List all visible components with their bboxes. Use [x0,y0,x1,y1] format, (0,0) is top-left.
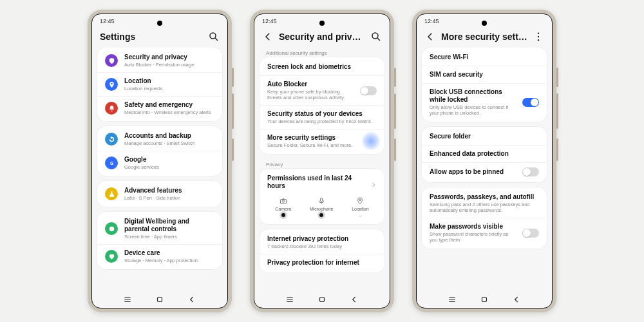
svg-text:G: G [110,160,113,165]
toggle-showpw[interactable] [522,229,539,238]
row-subtitle: Google services [124,164,214,170]
nav-back-icon[interactable] [350,295,359,304]
row-subtitle: Keep your phone safe by blocking threats… [267,89,354,100]
bell-icon [105,102,118,115]
row-screenlock[interactable]: Screen lock and biometrics [260,59,384,75]
row-title: SIM card security [430,71,539,79]
nav-bar [417,291,552,308]
svg-point-8 [372,33,378,39]
permissions-grid: CameraMicrophoneLocation– [260,194,384,223]
row-title: Google [124,156,214,164]
svg-rect-7 [158,298,162,302]
row-title: Security and privacy [124,53,214,61]
row-title: Enhanced data protection [430,150,539,158]
svg-line-1 [215,38,218,41]
settings-card: Security and privacyAuto Blocker · Permi… [97,48,222,121]
row-title: Accounts and backup [124,132,214,140]
perm-camera[interactable]: Camera [275,197,291,218]
back-icon[interactable] [262,31,274,43]
settings-row-location[interactable]: LocationLocation requests [97,72,222,96]
settings-row-wellbeing[interactable]: Digital Wellbeing and parental controlsS… [97,213,222,244]
nav-back-icon[interactable] [512,295,521,304]
row-subtitle: Medical info · Wireless emergency alerts [124,109,214,115]
row-blockusb[interactable]: Block USB connections while lockedOnly a… [422,83,547,120]
g-icon: G [105,156,118,169]
more-icon[interactable] [533,31,544,43]
page-title: Settings [100,32,203,42]
svg-point-11 [282,200,285,203]
settings-row-security[interactable]: Security and privacyAuto Blocker · Permi… [97,49,222,72]
row-securefolder[interactable]: Secure folder [422,128,547,145]
row-title: Make passwords visible [430,223,516,231]
header: Security and privacy [254,28,390,48]
row-moresecurity[interactable]: More security settingsSecure Folder, Sec… [260,129,384,153]
toggle-blockusb[interactable] [522,98,539,107]
row-subtitle: Screen time · App timers [124,234,214,240]
row-title: Secure Wi-Fi [430,53,539,61]
svg-point-18 [538,33,539,34]
clock: 12:45 [100,18,115,24]
perm-label: Camera [275,207,291,211]
settings-row-accounts[interactable]: Accounts and backupManage accounts · Sma… [97,128,222,151]
camera-hole [157,21,162,26]
row-title: Allow apps to be pinned [430,168,516,176]
settings-card: Secure folderEnhanced data protectionAll… [422,127,547,182]
perm-value: – [359,213,361,218]
page-title: More security settings [441,32,527,42]
row-simsecurity[interactable]: SIM card security [422,66,547,83]
row-title: Secure folder [430,133,539,140]
row-privacyinternet[interactable]: Privacy protection for internet [260,254,384,271]
nav-recents-icon[interactable] [123,295,132,304]
settings-row-advanced[interactable]: Advanced featuresLabs · S Pen · Side but… [97,182,222,205]
row-pinapps[interactable]: Allow apps to be pinned [422,162,547,181]
nav-home-icon[interactable] [480,295,489,304]
toggle-autoblocker[interactable] [360,86,377,95]
settings-row-google[interactable]: GGoogleGoogle services [97,151,222,175]
settings-row-devicecare[interactable]: Device careStorage · Memory · App protec… [97,244,222,268]
nav-home-icon[interactable] [155,295,164,304]
pin-icon [356,197,364,205]
row-title: Screen lock and biometrics [267,63,377,71]
clock: 12:45 [424,18,439,24]
row-enhanced[interactable]: Enhanced data protection [422,145,547,162]
header: Settings [92,28,227,48]
settings-row-safety[interactable]: Safety and emergencyMedical info · Wirel… [97,96,222,120]
row-securewifi[interactable]: Secure Wi-Fi [422,49,547,66]
svg-rect-12 [321,198,323,202]
row-title: Privacy protection for internet [267,259,377,267]
camera-hole [482,21,487,26]
row-subtitle: Labs · S Pen · Side button [124,195,214,201]
row-internetprivacy[interactable]: Internet privacy protection7 trackers bl… [260,231,384,254]
active-dot [319,213,323,217]
section-label: Additional security settings [260,48,384,57]
security-card: Screen lock and biometricsAuto BlockerKe… [260,57,384,154]
row-title: Security status of your devices [267,110,377,118]
row-autoblocker[interactable]: Auto BlockerKeep your phone safe by bloc… [260,75,384,105]
row-subtitle: Location requests [124,86,214,91]
back-icon[interactable] [424,31,436,43]
svg-rect-24 [482,298,487,302]
row-securitystatus[interactable]: Security status of your devicesYour devi… [260,105,384,129]
search-icon[interactable] [370,31,382,43]
row-title: Permissions used in last 24 hours [267,175,364,190]
phone-frame-1: 12:45 Settings Security and privacyAuto … [88,10,232,312]
nav-recents-icon[interactable] [448,295,457,304]
row-title: Location [124,77,214,85]
heart-icon [105,250,118,263]
pin-icon [105,78,118,91]
perm-label: Microphone [310,207,334,211]
perm-location[interactable]: Location– [352,197,368,218]
perm-microphone[interactable]: Microphone [310,197,334,218]
header: More security settings [417,28,552,48]
row-title: Advanced features [124,187,214,194]
row-showpw[interactable]: Make passwords visibleShow password char… [422,218,547,247]
svg-point-19 [538,36,539,37]
nav-back-icon[interactable] [187,295,196,304]
nav-recents-icon[interactable] [285,295,294,304]
toggle-pinapps[interactable] [522,167,539,176]
row-passwords[interactable]: Passwords, passkeys, and autofillSamsung… [422,189,547,218]
search-icon[interactable] [208,31,220,43]
nav-home-icon[interactable] [317,295,327,304]
row-permissions[interactable]: Permissions used in last 24 hours [260,170,384,194]
sync-icon [105,133,118,146]
